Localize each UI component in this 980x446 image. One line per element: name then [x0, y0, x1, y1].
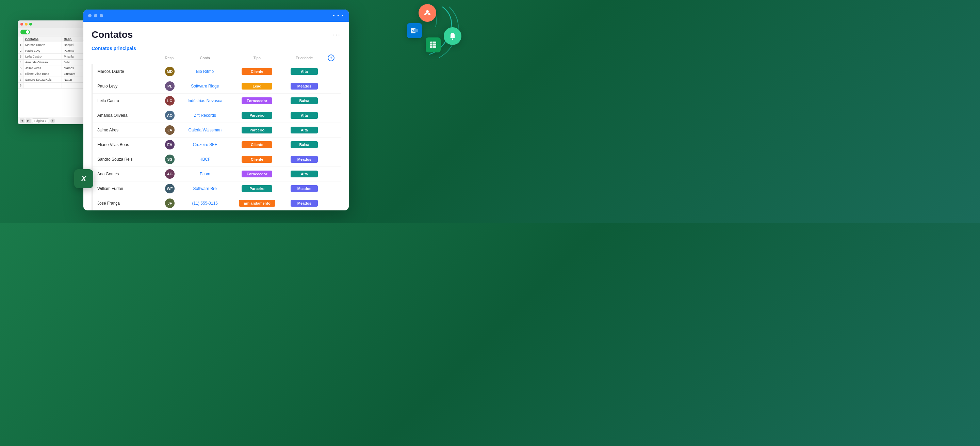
contact-avatar-cell: SS	[160, 152, 180, 167]
contact-row[interactable]: Marcos Duarte MD Bio Ritmo Cliente Alta	[92, 64, 341, 79]
priority-badge: Baixa	[291, 141, 318, 148]
outlook-icon[interactable]: O	[407, 23, 422, 38]
contact-avatar-cell: AO	[160, 108, 180, 123]
more-menu-button[interactable]: ...	[333, 29, 340, 37]
contact-conta: HBCF	[179, 152, 231, 167]
sheets-icon[interactable]	[426, 37, 441, 53]
contact-avatar-cell: LC	[160, 94, 180, 108]
sheets-logo	[429, 40, 438, 49]
contact-prioridade: Baixa	[283, 137, 325, 152]
next-page-btn[interactable]: ▶	[26, 118, 30, 123]
contact-row[interactable]: José França JF (11) 555-0116 Em andament…	[92, 196, 341, 211]
close-dot[interactable]	[21, 23, 23, 25]
avatar: PL	[165, 81, 175, 91]
col-prioridade-header: Prioridade	[283, 54, 325, 64]
contact-avatar-cell: WF	[160, 182, 180, 196]
contact-row[interactable]: William Furlan WF Software Bre Parceiro …	[92, 182, 341, 196]
maximize-dot[interactable]	[29, 23, 32, 25]
priority-badge: Meados	[291, 200, 318, 207]
contact-tipo: Parceiro	[231, 182, 283, 196]
contact-row[interactable]: Jaime Aires JA Galeria Waissman Parceiro…	[92, 123, 341, 137]
contact-avatar-cell: MD	[160, 64, 180, 79]
account-link[interactable]: Software Ridge	[191, 84, 219, 89]
row-number: 6	[18, 71, 24, 77]
account-link[interactable]: Ecom	[200, 172, 210, 176]
contact-row[interactable]: Ana Gomes AG Ecom Fornecedor Alta	[92, 167, 341, 182]
avatar: WF	[165, 184, 175, 193]
row-name: Marcos Duarte	[24, 42, 62, 48]
tipo-badge: Parceiro	[242, 127, 272, 134]
minimize-dot[interactable]	[25, 23, 27, 25]
tipo-badge: Fornecedor	[242, 170, 272, 177]
page-title: Contatos	[92, 29, 133, 40]
contact-conta: Indústrias Nevasca	[179, 94, 231, 108]
contact-extra	[325, 182, 340, 196]
row-name: Jaime Aires	[24, 65, 62, 71]
prev-page-btn[interactable]: ◀	[20, 118, 24, 123]
account-link[interactable]: Galeria Waissman	[189, 127, 222, 132]
contact-prioridade: Baixa	[283, 94, 325, 108]
tipo-badge: Em andamento	[239, 200, 275, 207]
account-link[interactable]: Bio Ritmo	[196, 69, 214, 74]
contact-conta: Ecom	[179, 167, 231, 182]
avatar: JF	[165, 199, 175, 208]
contact-name: Amanda Oliveira	[92, 108, 160, 123]
contact-row[interactable]: Eliane Vilas Boas EV Cruzeiro SFF Client…	[92, 137, 341, 152]
contact-conta: Bio Ritmo	[179, 64, 231, 79]
svg-point-15	[452, 38, 453, 40]
contact-row[interactable]: Paulo Levy PL Software Ridge Lead Meados	[92, 79, 341, 94]
row-resp: Paloma	[62, 48, 81, 54]
col-tipo-header: Tipo	[231, 54, 283, 64]
account-link[interactable]: (11) 555-0116	[192, 201, 218, 205]
contact-name: Ana Gomes	[92, 167, 160, 182]
crm-dot-3	[100, 14, 103, 18]
row-resp	[62, 83, 81, 89]
contact-tipo: Parceiro	[231, 123, 283, 137]
row-name: Paulo Levy	[24, 48, 62, 54]
contact-extra	[325, 64, 340, 79]
account-link[interactable]: Indústrias Nevasca	[188, 99, 222, 103]
hubspot-icon[interactable]	[418, 4, 436, 22]
avatar: LC	[165, 96, 175, 105]
contact-name: Leila Castro	[92, 94, 160, 108]
row-resp: Júlio	[62, 60, 81, 65]
account-link[interactable]: HBCF	[199, 157, 211, 162]
contact-conta: Zift Records	[179, 108, 231, 123]
account-link[interactable]: Software Bre	[193, 186, 217, 191]
contact-avatar-cell: JF	[160, 196, 180, 211]
row-name	[24, 83, 62, 89]
toggle-switch[interactable]	[21, 30, 30, 34]
contact-row[interactable]: Sandro Souza Reis SS HBCF Cliente Meados	[92, 152, 341, 167]
hubspot-logo	[423, 8, 432, 18]
contact-avatar-cell: PL	[160, 79, 180, 94]
contact-row[interactable]: Amanda Oliveira AO Zift Records Parceiro…	[92, 108, 341, 123]
contact-tipo: Lead	[231, 79, 283, 94]
avatar: EV	[165, 140, 175, 150]
contact-prioridade: Meados	[283, 79, 325, 94]
col-resp-header: Resp.	[160, 54, 180, 64]
row-name: Eliane Vilas Boas	[24, 71, 62, 77]
contact-extra	[325, 137, 340, 152]
bell-logo	[448, 32, 457, 40]
bell-icon[interactable]	[444, 27, 461, 45]
add-sheet-btn[interactable]: +	[50, 118, 55, 123]
account-link[interactable]: Cruzeiro SFF	[193, 142, 217, 147]
account-link[interactable]: Zift Records	[194, 113, 216, 118]
svg-rect-8	[414, 29, 418, 32]
contact-conta: (11) 555-0116	[179, 196, 231, 211]
svg-rect-10	[430, 41, 436, 48]
contact-name: Paulo Levy	[92, 79, 160, 94]
excel-icon[interactable]: X	[74, 169, 93, 188]
priority-badge: Alta	[291, 127, 318, 134]
contact-name: Eliane Vilas Boas	[92, 137, 160, 152]
add-column-button[interactable]: +	[328, 54, 334, 61]
priority-badge: Alta	[291, 68, 318, 75]
contact-tipo: Fornecedor	[231, 94, 283, 108]
row-name: Leila Castro	[24, 54, 62, 60]
contact-row[interactable]: Leila Castro LC Indústrias Nevasca Forne…	[92, 94, 341, 108]
contact-extra	[325, 152, 340, 167]
contact-prioridade: Meados	[283, 152, 325, 167]
crm-dots-menu: • • •	[333, 13, 344, 18]
page-tab[interactable]: Página 1	[32, 118, 49, 123]
contact-extra	[325, 79, 340, 94]
